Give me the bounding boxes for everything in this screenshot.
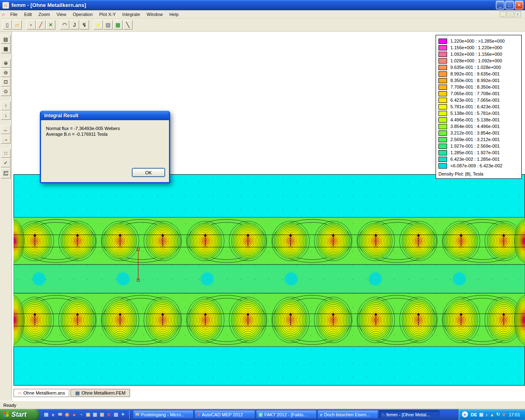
- menu-window[interactable]: Window: [144, 11, 166, 18]
- opera-icon[interactable]: ◔: [78, 411, 84, 418]
- legend-row: 3.212e-001 : 3.854e-001: [438, 130, 520, 136]
- menu-operation[interactable]: Operation: [69, 11, 96, 18]
- mdi-close-button[interactable]: ✕: [514, 11, 521, 17]
- notepad-icon[interactable]: ▥: [91, 411, 98, 418]
- menu-edit[interactable]: Edit: [21, 11, 35, 18]
- task-button-icon: ✉: [135, 412, 139, 417]
- explorer-icon[interactable]: ▣: [84, 411, 91, 418]
- legend-swatch: [438, 157, 447, 162]
- snap-to-grid-button[interactable]: ✓: [1, 158, 11, 167]
- legend-row: 7.065e-001 : 7.708e-001: [438, 90, 520, 97]
- grid-size-button[interactable]: grid size: [1, 168, 11, 178]
- zoom-out-button[interactable]: ⊖: [1, 68, 11, 77]
- dialog-titlebar[interactable]: Integral Result: [41, 111, 169, 120]
- mdi-restore-button[interactable]: □: [507, 11, 514, 17]
- menu-bar: ∩ File Edit Zoom View Operation Plot X-Y…: [0, 10, 525, 18]
- task-button-label: FAKT 2012 - [Faktu...: [264, 412, 307, 417]
- tab-ohne-metallkern-ans[interactable]: ∩ Ohne Metallkern.ans: [14, 389, 69, 397]
- menu-file[interactable]: File: [7, 11, 21, 18]
- clock: 17:01: [509, 412, 520, 417]
- task-button-label: femm - [Ohne Metal...: [386, 412, 430, 417]
- block-label-mode-button[interactable]: ✕: [46, 20, 55, 30]
- segment-mode-button[interactable]: ╱: [36, 20, 46, 30]
- messenger-icon[interactable]: ✦: [119, 411, 126, 418]
- legend-row: <6.087e-009 : 6.423e-002: [438, 162, 520, 169]
- k-app-icon[interactable]: K: [105, 411, 112, 418]
- legend-row: 1.927e-001 : 2.569e-001: [438, 143, 520, 149]
- sidebar-button-icon: ✓: [4, 160, 8, 166]
- contour-plot-button[interactable]: ▨: [103, 20, 113, 30]
- edit-mode-button[interactable]: ▦: [1, 44, 11, 53]
- window-titlebar[interactable]: ∩ femm - [Ohne Metallkern.ans] _ □ ✕: [0, 0, 525, 10]
- task-button-label: Doch bisschen Eisen...: [324, 412, 370, 417]
- legend-row: 6.423e-001 : 7.065e-001: [438, 97, 520, 103]
- task-autocad[interactable]: A AutoCAD MEP 2012: [194, 410, 255, 419]
- tab-ohne-metallkern-fem[interactable]: ▤ Ohne Metallkern.FEM: [71, 389, 130, 397]
- menu-help[interactable]: Help: [166, 11, 182, 18]
- antivirus-icon[interactable]: V: [502, 412, 505, 417]
- zoom-in-button[interactable]: ⊕: [1, 59, 11, 68]
- show-grid-button[interactable]: ∷: [1, 149, 11, 158]
- zoom-window-button[interactable]: ⊡: [1, 78, 11, 87]
- pan-down-button[interactable]: ↓: [1, 111, 11, 120]
- status-bar: Ready: [0, 401, 525, 409]
- mesh-button[interactable]: ■: [94, 20, 103, 30]
- sidebar-button-icon: ∷: [4, 151, 7, 156]
- restore-button[interactable]: □: [505, 1, 514, 9]
- task-outlook[interactable]: ✉ Posteingang - Micro...: [133, 410, 194, 419]
- pan-left-button[interactable]: ←: [1, 125, 11, 134]
- open-file-button[interactable]: ▱: [12, 20, 22, 30]
- outlook-icon[interactable]: ✉: [57, 411, 64, 418]
- menu-integrate[interactable]: Integrate: [119, 11, 143, 18]
- menu-view[interactable]: View: [53, 11, 70, 18]
- document-tab-label: Ohne Metallkern.FEM: [82, 390, 126, 395]
- side-toolbar: ▤ ▦ ⊕ ⊖ ⊡ ⊙: [0, 32, 12, 401]
- mesh-info-button[interactable]: ▤: [1, 35, 11, 44]
- toolbar-button-icon: ↯: [82, 22, 87, 28]
- toolbar-separator[interactable]: [22, 20, 26, 30]
- density-plot-canvas[interactable]: [14, 174, 525, 386]
- task-button-label: AutoCAD MEP 2012: [202, 412, 243, 417]
- start-button[interactable]: Start: [0, 409, 40, 420]
- media-player-icon[interactable]: ◉: [64, 411, 71, 418]
- density-plot-button[interactable]: ▩: [113, 20, 123, 30]
- security-shield-icon[interactable]: ▲: [490, 412, 494, 417]
- pan-right-button[interactable]: →: [1, 135, 11, 144]
- menu-zoom[interactable]: Zoom: [35, 11, 53, 18]
- ie-icon[interactable]: e: [50, 411, 57, 418]
- field-sample-button[interactable]: ↯: [80, 20, 89, 30]
- task-fakt[interactable]: ▣ FAKT 2012 - [Faktu...: [256, 410, 317, 419]
- new-file-button[interactable]: ▯: [2, 20, 12, 30]
- language-indicator[interactable]: DE: [471, 412, 477, 417]
- task-browser[interactable]: e Doch bisschen Eisen...: [317, 410, 378, 419]
- mdi-minimize-button[interactable]: _: [500, 11, 506, 17]
- task-femm[interactable]: ∩ femm - [Ohne Metal...: [379, 410, 440, 419]
- firefox-icon[interactable]: ●: [71, 411, 78, 418]
- dialog-body: Normal flux = -7.36493e-005 Webers Avera…: [41, 120, 169, 182]
- paint-icon[interactable]: ▧: [112, 411, 119, 418]
- current-integral-button[interactable]: J: [70, 20, 79, 30]
- start-label: Start: [11, 411, 26, 418]
- ok-button[interactable]: OK: [132, 168, 165, 177]
- display-icon[interactable]: ▣: [479, 412, 483, 417]
- arc-mode-button[interactable]: ◠: [60, 20, 69, 30]
- archive-icon[interactable]: ▦: [98, 411, 105, 418]
- zoom-extents-button[interactable]: ⊙: [1, 87, 11, 96]
- toolbar-separator[interactable]: [56, 20, 59, 30]
- volume-icon[interactable]: ♪: [486, 412, 488, 417]
- tray-collapse-chevron-icon[interactable]: «: [462, 411, 468, 418]
- pan-up-button[interactable]: ↑: [1, 101, 11, 110]
- close-button[interactable]: ✕: [515, 1, 523, 9]
- task-button-label: Posteingang - Micro...: [141, 412, 185, 417]
- menu-plot-xy[interactable]: Plot X-Y: [96, 11, 119, 18]
- legend-swatch: [438, 111, 447, 116]
- updates-icon[interactable]: ↻: [496, 412, 500, 417]
- legend-range-label: 6.423e-001 : 7.065e-001: [450, 98, 500, 103]
- vector-plot-button[interactable]: ╲: [123, 20, 132, 30]
- legend-row: 8.992e-001 : 9.635e-001: [438, 71, 520, 77]
- node-mode-button[interactable]: ▫: [26, 20, 36, 30]
- minimize-button[interactable]: _: [496, 1, 504, 9]
- show-desktop-icon[interactable]: ▤: [43, 411, 50, 418]
- legend-swatch: [438, 45, 447, 50]
- toolbar-separator[interactable]: [89, 20, 93, 30]
